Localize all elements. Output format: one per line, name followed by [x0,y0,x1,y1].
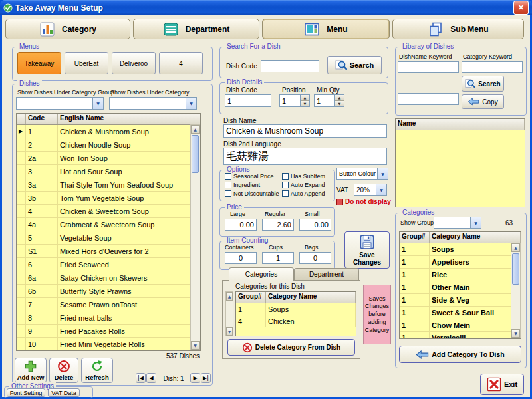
nav-first-button[interactable]: |◀ [136,373,146,383]
search-dish-button[interactable]: Search [327,56,382,74]
table-row[interactable]: S1 Mixed Hors d'Oeuvers for 2 [17,245,200,258]
table-row[interactable]: 5 Vegetable Soup [17,231,200,245]
dish-categories-scrollbar[interactable] [225,291,233,336]
dishname-keyword-input[interactable] [398,61,459,73]
checkbox-icon[interactable] [225,190,231,197]
checkbox-icon[interactable] [225,173,231,180]
save-changes-button[interactable]: Save Changes [344,231,390,269]
do-not-display-checkbox[interactable]: Do not display [336,198,391,205]
delete-button[interactable]: Delete [49,358,78,383]
table-row[interactable]: 1 Other Main [400,281,521,294]
spinner-arrows-icon[interactable] [300,95,309,106]
table-row[interactable]: 1 Soups [400,243,521,256]
position-stepper[interactable]: 1 [279,94,310,107]
table-row[interactable]: 6 Fried Seaweed [17,258,200,271]
table-row[interactable]: 7 Sesame Prawn onToast [17,298,200,311]
spinner-arrows-icon[interactable] [334,95,344,106]
table-row[interactable]: 4 Chicken & Sweetcorn Soup [17,205,200,218]
categories-scrollbar[interactable] [511,243,521,338]
auto-expand-checkbox[interactable]: Auto Expand [282,182,325,188]
table-row[interactable]: 3a Thai Style Tom Yum Seafood Soup [17,178,200,192]
table-row[interactable]: 1 Soups [236,303,356,315]
scroll-up-icon[interactable] [511,243,520,252]
scrollbar-thumb[interactable] [512,253,519,285]
nav-prev-button[interactable]: ◀ [146,373,156,383]
scroll-down-icon[interactable] [226,327,233,336]
table-row[interactable]: 3 Hot and Sour Soup [17,165,200,178]
category-column-header[interactable]: Category Name [266,292,356,303]
exit-button[interactable]: Exit [480,374,524,395]
table-row[interactable]: 1 Sweet & Sour Ball [400,307,521,319]
price-small-input[interactable] [299,219,331,231]
library-search-button[interactable]: Search [462,76,504,92]
show-group-dropdown[interactable] [434,217,481,229]
ingredient-checkbox[interactable]: Ingredient [225,182,260,188]
table-row[interactable]: 1 Vermicelli [400,332,521,338]
chevron-down-icon[interactable] [377,168,388,179]
close-icon[interactable] [513,1,529,15]
table-row[interactable]: 8 Fried meat balls [17,311,200,325]
menu-button-takeaway[interactable]: Takeaway [17,52,61,74]
tab-category[interactable]: Category [5,19,130,39]
delete-category-from-dish-button[interactable]: Delete Category From Dish [227,339,355,356]
vat-data-button[interactable]: VAT Data [48,388,80,397]
table-row[interactable]: 1 Side & Veg [400,294,521,307]
font-setting-button[interactable]: Font Setting [7,388,45,397]
chevron-down-icon[interactable] [186,98,196,109]
scroll-down-icon[interactable] [191,341,200,350]
table-row[interactable]: 6b Butterfly Style Prawns [17,285,200,298]
auto-append-checkbox[interactable]: Auto Append [282,190,325,197]
details-code-input[interactable] [225,94,271,107]
search-dish-code-input[interactable] [261,60,319,72]
dish-name-input[interactable] [223,124,387,138]
menu-button-ubereat[interactable]: UberEat [65,52,108,74]
scroll-up-icon[interactable] [191,125,200,134]
library-extra-input[interactable] [398,93,459,105]
table-row[interactable]: 3b Tom Yum Vegetable Soup [17,192,200,205]
minqty-stepper[interactable]: 1 [314,94,344,107]
category-dropdown[interactable] [109,97,197,110]
table-row[interactable]: 2a Won Ton Soup [17,152,200,165]
nav-next-button[interactable]: ▶ [190,373,200,383]
containers-input[interactable] [225,252,257,264]
table-row[interactable]: 6a Satay Chicken on Skewers [17,271,200,285]
group-column-header[interactable]: Group# [400,232,430,243]
table-row[interactable]: 1 Chow Mein [400,319,521,332]
chevron-down-icon[interactable] [376,184,386,195]
bags-input[interactable] [299,252,331,264]
checkbox-icon[interactable] [225,182,231,188]
checkbox-icon[interactable] [282,190,289,197]
scroll-up-icon[interactable] [226,292,233,301]
scroll-down-icon[interactable] [511,329,520,338]
checkbox-icon[interactable] [282,173,289,180]
tab-dish-department[interactable]: Department [294,268,359,280]
table-row[interactable]: 1 Rice [400,269,521,281]
refresh-button[interactable]: Refresh [81,358,113,383]
add-category-to-dish-button[interactable]: Add Category To Dish [399,346,521,363]
table-row[interactable]: 9 Fried Pacakes Rolls [17,325,200,338]
name-column-header[interactable]: Name [396,119,525,130]
table-row[interactable]: 1 Appetisers [400,256,521,269]
table-row[interactable]: 1 Chicken & Mushroom Soup [17,125,200,138]
menu-button-deliveroo[interactable]: Deliveroo [112,52,156,74]
group-column-header[interactable]: Group# [236,292,266,303]
category-column-header[interactable]: Category Name [430,232,521,243]
add-new-button[interactable]: Add New [15,358,47,383]
scrollbar-thumb[interactable] [192,135,199,173]
dish-list-scrollbar[interactable] [190,124,200,350]
price-large-input[interactable] [225,219,257,231]
checkbox-icon[interactable] [282,182,289,188]
menu-button-4[interactable]: 4 [159,52,203,74]
tab-submenu[interactable]: Sub Menu [392,19,524,39]
tab-department[interactable]: Department [133,19,259,39]
seasonal-price-checkbox[interactable]: Seasonal Price [225,173,274,180]
nav-last-button[interactable]: ▶| [201,373,211,383]
chevron-down-icon[interactable] [92,98,103,109]
not-discountable-checkbox[interactable]: Not Discountable [225,190,279,197]
red-checkbox-icon[interactable] [336,199,343,205]
button-colour-dropdown[interactable]: Button Colour [336,168,388,180]
code-column-header[interactable]: Code [26,114,58,124]
table-row[interactable]: 10 Fried Mini Vegetable Rolls [17,338,200,350]
tab-dish-categories[interactable]: Categories [229,267,294,281]
cups-input[interactable] [262,252,294,264]
